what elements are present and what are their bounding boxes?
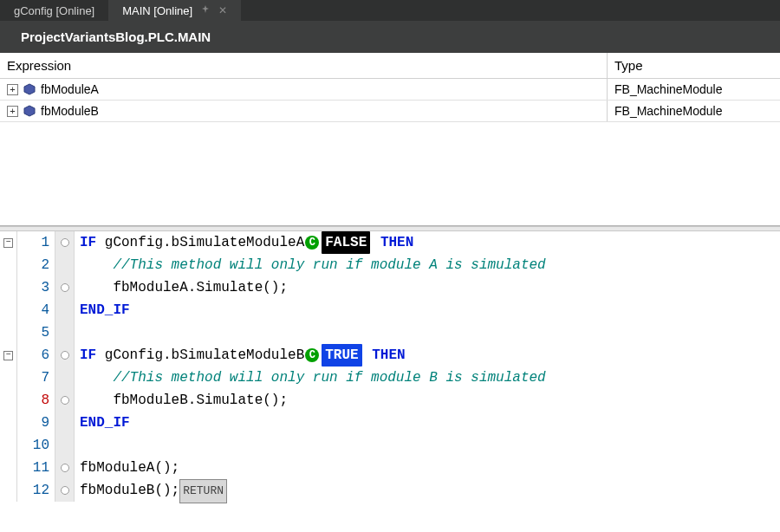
online-value-icon: C — [305, 348, 319, 362]
tab-gconfig[interactable]: gConfig [Online] — [0, 0, 108, 21]
code-line[interactable]: END_IF — [80, 299, 780, 321]
breakpoint-marker[interactable] — [61, 351, 69, 360]
line-number: 8 — [17, 389, 49, 412]
line-number: 3 — [17, 276, 49, 299]
code-line[interactable]: fbModuleB();RETURN — [80, 479, 780, 502]
col-header-type[interactable]: Type — [607, 53, 780, 78]
breakpoint-marker[interactable] — [61, 238, 69, 247]
decl-header-row: Expression Type — [0, 53, 780, 79]
page-title: ProjectVariantsBlog.PLC.MAIN — [0, 21, 780, 53]
breakpoint-marker[interactable] — [61, 464, 69, 472]
var-name: fbModuleB — [41, 104, 99, 118]
fold-column: − − — [0, 231, 17, 502]
online-value-false: FALSE — [322, 231, 370, 254]
fb-icon — [23, 105, 36, 117]
code-line[interactable]: IF gConfig.bSimulateModuleACFALSE THEN — [80, 231, 780, 254]
online-value-true: TRUE — [322, 344, 361, 367]
expand-icon[interactable]: + — [7, 84, 18, 95]
line-number: 10 — [17, 434, 49, 457]
line-number: 11 — [17, 457, 49, 479]
code-pane: − − 1 2 3 4 5 6 7 8 9 10 11 12 IF gConfi… — [0, 231, 780, 502]
fb-icon — [23, 83, 36, 95]
var-name: fbModuleA — [41, 82, 99, 96]
breakpoint-marker[interactable] — [61, 396, 69, 405]
return-marker: RETURN — [179, 479, 227, 503]
line-number: 6 — [17, 344, 49, 367]
code-line[interactable]: fbModuleA(); — [80, 457, 780, 479]
code-line[interactable] — [80, 434, 780, 457]
tab-label: gConfig [Online] — [14, 4, 94, 17]
line-number: 2 — [17, 254, 49, 276]
tab-main[interactable]: MAIN [Online] ✕ — [108, 0, 241, 21]
code-line[interactable] — [80, 321, 780, 344]
col-header-expression[interactable]: Expression — [0, 53, 607, 78]
code-line[interactable]: fbModuleA.Simulate(); — [80, 276, 780, 299]
code-line[interactable]: END_IF — [80, 412, 780, 434]
breakpoint-column[interactable] — [55, 231, 75, 502]
var-type: FB_MachineModule — [607, 101, 780, 121]
decl-row[interactable]: + fbModuleB FB_MachineModule — [0, 101, 780, 122]
svg-marker-0 — [24, 84, 35, 94]
line-number: 4 — [17, 299, 49, 321]
close-icon[interactable]: ✕ — [218, 4, 227, 16]
tab-label: MAIN [Online] — [122, 4, 192, 17]
declaration-pane: Expression Type + fbModuleA FB_MachineMo… — [0, 53, 780, 226]
code-column[interactable]: IF gConfig.bSimulateModuleACFALSE THEN /… — [75, 231, 780, 502]
tab-bar: gConfig [Online] MAIN [Online] ✕ — [0, 0, 780, 21]
svg-marker-1 — [24, 106, 35, 116]
code-line[interactable]: fbModuleB.Simulate(); — [80, 389, 780, 412]
line-number: 9 — [17, 412, 49, 434]
breakpoint-marker[interactable] — [61, 486, 69, 495]
title-text: ProjectVariantsBlog.PLC.MAIN — [21, 29, 211, 44]
code-line[interactable]: IF gConfig.bSimulateModuleBCTRUE THEN — [80, 344, 780, 367]
line-number: 1 — [17, 231, 49, 254]
decl-row[interactable]: + fbModuleA FB_MachineModule — [0, 79, 780, 101]
line-number-column: 1 2 3 4 5 6 7 8 9 10 11 12 — [17, 231, 55, 502]
code-line[interactable]: //This method will only run if module B … — [80, 367, 780, 389]
code-line[interactable]: //This method will only run if module A … — [80, 254, 780, 276]
breakpoint-marker[interactable] — [61, 283, 69, 292]
online-value-icon: C — [305, 236, 319, 250]
line-number: 7 — [17, 367, 49, 389]
expand-icon[interactable]: + — [7, 106, 18, 117]
line-number: 5 — [17, 321, 49, 344]
fold-icon[interactable]: − — [3, 238, 13, 248]
line-number: 12 — [17, 479, 49, 502]
fold-icon[interactable]: − — [3, 351, 13, 360]
var-type: FB_MachineModule — [607, 79, 780, 100]
pin-icon[interactable] — [201, 4, 210, 16]
